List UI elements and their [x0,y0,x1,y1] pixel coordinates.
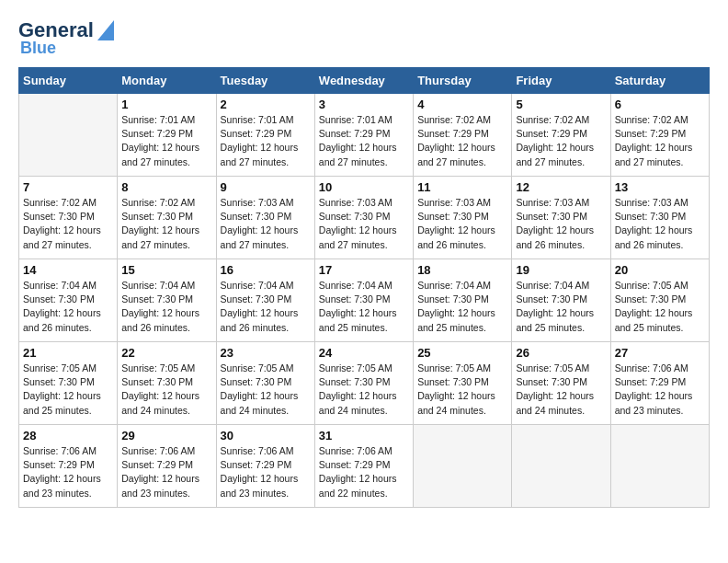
day-number: 17 [319,263,409,277]
weekday-header-friday: Friday [512,68,610,94]
calendar-cell: 11Sunrise: 7:03 AMSunset: 7:30 PMDayligh… [414,177,512,259]
day-number: 24 [319,346,409,360]
calendar-cell: 2Sunrise: 7:01 AMSunset: 7:29 PMDaylight… [216,94,314,177]
calendar-cell: 24Sunrise: 7:05 AMSunset: 7:30 PMDayligh… [314,342,413,425]
calendar-cell: 16Sunrise: 7:04 AMSunset: 7:30 PMDayligh… [216,259,314,342]
day-info: Sunrise: 7:06 AMSunset: 7:29 PMDaylight:… [121,444,211,500]
day-info: Sunrise: 7:02 AMSunset: 7:29 PMDaylight:… [516,113,606,169]
day-number: 26 [516,346,606,360]
day-number: 19 [516,263,606,277]
weekday-header-wednesday: Wednesday [314,68,413,94]
week-row-3: 14Sunrise: 7:04 AMSunset: 7:30 PMDayligh… [19,259,710,342]
calendar-cell: 29Sunrise: 7:06 AMSunset: 7:29 PMDayligh… [118,425,216,508]
page-header: General Blue [18,18,710,58]
day-number: 21 [23,346,113,360]
calendar-cell: 19Sunrise: 7:04 AMSunset: 7:30 PMDayligh… [512,259,610,342]
day-number: 20 [615,263,705,277]
calendar-cell: 28Sunrise: 7:06 AMSunset: 7:29 PMDayligh… [19,425,118,508]
calendar-cell: 6Sunrise: 7:02 AMSunset: 7:29 PMDaylight… [610,94,709,177]
calendar-cell: 17Sunrise: 7:04 AMSunset: 7:30 PMDayligh… [314,259,413,342]
calendar-cell: 8Sunrise: 7:02 AMSunset: 7:30 PMDaylight… [118,177,216,259]
week-row-1: 1Sunrise: 7:01 AMSunset: 7:29 PMDaylight… [19,94,710,177]
day-number: 13 [615,180,705,194]
calendar-cell [414,425,512,508]
calendar-cell [19,94,118,177]
day-number: 23 [221,346,311,360]
day-info: Sunrise: 7:02 AMSunset: 7:29 PMDaylight:… [615,113,705,169]
day-info: Sunrise: 7:03 AMSunset: 7:30 PMDaylight:… [615,196,705,252]
day-info: Sunrise: 7:04 AMSunset: 7:30 PMDaylight:… [23,279,113,335]
logo-blue: Blue [20,39,56,58]
weekday-header-tuesday: Tuesday [216,68,314,94]
day-info: Sunrise: 7:01 AMSunset: 7:29 PMDaylight:… [121,113,211,169]
day-number: 6 [615,98,705,111]
day-number: 29 [121,429,211,442]
day-info: Sunrise: 7:05 AMSunset: 7:30 PMDaylight:… [319,362,409,418]
calendar-table: SundayMondayTuesdayWednesdayThursdayFrid… [18,67,710,508]
day-number: 31 [319,429,409,442]
day-info: Sunrise: 7:02 AMSunset: 7:30 PMDaylight:… [23,196,113,252]
day-info: Sunrise: 7:03 AMSunset: 7:30 PMDaylight:… [221,196,311,252]
day-number: 11 [417,180,507,194]
weekday-header-sunday: Sunday [19,68,118,94]
calendar-cell: 5Sunrise: 7:02 AMSunset: 7:29 PMDaylight… [512,94,610,177]
day-number: 12 [516,180,606,194]
day-info: Sunrise: 7:02 AMSunset: 7:29 PMDaylight:… [417,113,507,169]
day-info: Sunrise: 7:05 AMSunset: 7:30 PMDaylight:… [121,362,211,418]
calendar-cell [610,425,709,508]
day-info: Sunrise: 7:03 AMSunset: 7:30 PMDaylight:… [319,196,409,252]
day-info: Sunrise: 7:05 AMSunset: 7:30 PMDaylight:… [615,279,705,335]
week-row-2: 7Sunrise: 7:02 AMSunset: 7:30 PMDaylight… [19,177,710,259]
calendar-cell: 9Sunrise: 7:03 AMSunset: 7:30 PMDaylight… [216,177,314,259]
calendar-cell: 12Sunrise: 7:03 AMSunset: 7:30 PMDayligh… [512,177,610,259]
calendar-cell: 21Sunrise: 7:05 AMSunset: 7:30 PMDayligh… [19,342,118,425]
day-number: 28 [23,429,113,442]
calendar-cell [512,425,610,508]
calendar-cell: 3Sunrise: 7:01 AMSunset: 7:29 PMDaylight… [314,94,413,177]
day-number: 15 [121,263,211,277]
day-number: 10 [319,180,409,194]
day-info: Sunrise: 7:06 AMSunset: 7:29 PMDaylight:… [23,444,113,500]
week-row-5: 28Sunrise: 7:06 AMSunset: 7:29 PMDayligh… [19,425,710,508]
day-number: 16 [221,263,311,277]
day-info: Sunrise: 7:03 AMSunset: 7:30 PMDaylight:… [417,196,507,252]
day-info: Sunrise: 7:06 AMSunset: 7:29 PMDaylight:… [319,444,409,500]
day-info: Sunrise: 7:06 AMSunset: 7:29 PMDaylight:… [221,444,311,500]
calendar-cell: 20Sunrise: 7:05 AMSunset: 7:30 PMDayligh… [610,259,709,342]
day-info: Sunrise: 7:05 AMSunset: 7:30 PMDaylight:… [516,362,606,418]
day-number: 22 [121,346,211,360]
day-number: 30 [221,429,311,442]
logo-triangle-icon [97,20,114,40]
day-number: 7 [23,180,113,194]
calendar-cell: 25Sunrise: 7:05 AMSunset: 7:30 PMDayligh… [414,342,512,425]
calendar-cell: 15Sunrise: 7:04 AMSunset: 7:30 PMDayligh… [118,259,216,342]
calendar-cell: 22Sunrise: 7:05 AMSunset: 7:30 PMDayligh… [118,342,216,425]
calendar-cell: 26Sunrise: 7:05 AMSunset: 7:30 PMDayligh… [512,342,610,425]
weekday-header-monday: Monday [118,68,216,94]
day-info: Sunrise: 7:06 AMSunset: 7:29 PMDaylight:… [615,362,705,418]
day-number: 2 [221,98,311,111]
day-number: 8 [121,180,211,194]
calendar-cell: 27Sunrise: 7:06 AMSunset: 7:29 PMDayligh… [610,342,709,425]
calendar-cell: 30Sunrise: 7:06 AMSunset: 7:29 PMDayligh… [216,425,314,508]
calendar-cell: 1Sunrise: 7:01 AMSunset: 7:29 PMDaylight… [118,94,216,177]
day-info: Sunrise: 7:03 AMSunset: 7:30 PMDaylight:… [516,196,606,252]
day-info: Sunrise: 7:05 AMSunset: 7:30 PMDaylight:… [417,362,507,418]
svg-marker-0 [97,20,114,40]
calendar-cell: 7Sunrise: 7:02 AMSunset: 7:30 PMDaylight… [19,177,118,259]
day-info: Sunrise: 7:04 AMSunset: 7:30 PMDaylight:… [221,279,311,335]
calendar-cell: 23Sunrise: 7:05 AMSunset: 7:30 PMDayligh… [216,342,314,425]
day-number: 9 [221,180,311,194]
day-info: Sunrise: 7:04 AMSunset: 7:30 PMDaylight:… [417,279,507,335]
day-info: Sunrise: 7:04 AMSunset: 7:30 PMDaylight:… [319,279,409,335]
day-info: Sunrise: 7:01 AMSunset: 7:29 PMDaylight:… [319,113,409,169]
logo: General Blue [18,18,114,58]
weekday-header-thursday: Thursday [414,68,512,94]
calendar-cell: 13Sunrise: 7:03 AMSunset: 7:30 PMDayligh… [610,177,709,259]
day-info: Sunrise: 7:04 AMSunset: 7:30 PMDaylight:… [121,279,211,335]
calendar-cell: 18Sunrise: 7:04 AMSunset: 7:30 PMDayligh… [414,259,512,342]
day-info: Sunrise: 7:05 AMSunset: 7:30 PMDaylight:… [221,362,311,418]
day-info: Sunrise: 7:04 AMSunset: 7:30 PMDaylight:… [516,279,606,335]
weekday-header-row: SundayMondayTuesdayWednesdayThursdayFrid… [19,68,710,94]
day-number: 3 [319,98,409,111]
